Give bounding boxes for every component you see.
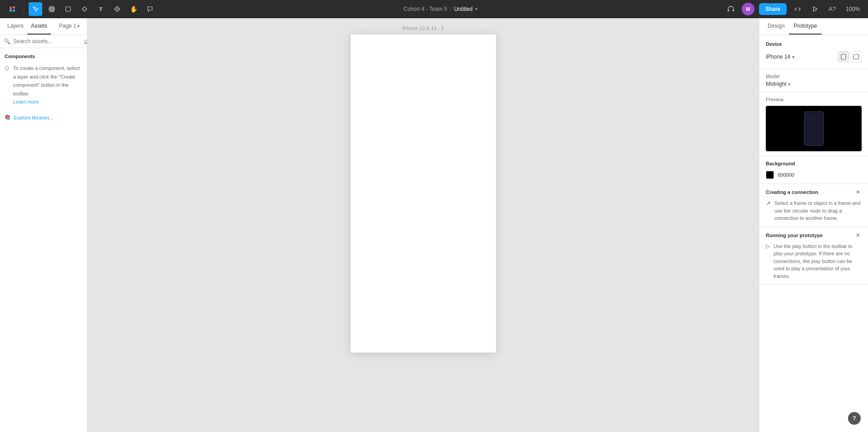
right-panel: Design Prototype Device iPhone 14 ▾ [759, 18, 868, 432]
svg-rect-1 [13, 6, 15, 9]
phone-notch [811, 112, 817, 113]
code-icon[interactable] [791, 3, 804, 15]
model-value: Midnight [766, 81, 786, 87]
background-row: 000000 [766, 171, 862, 179]
tab-prototype[interactable]: Prototype [789, 18, 821, 35]
running-section-title: Running your prototype [766, 233, 823, 238]
svg-rect-11 [728, 10, 729, 11]
phone-preview [804, 111, 824, 146]
svg-rect-4 [10, 8, 12, 10]
running-section-header: Running your prototype ✕ [766, 232, 862, 239]
background-color-swatch[interactable] [766, 171, 774, 179]
running-play-icon: ▷ [766, 243, 770, 249]
components-title: Components [5, 54, 82, 59]
canvas-area[interactable]: iPhone 13 & 14 - 1 [87, 18, 759, 432]
page-name[interactable]: Untitled [454, 6, 473, 12]
search-bar: 🔍 📖 [0, 35, 87, 48]
toolbar-left: T ✋ [5, 2, 157, 16]
background-color-value[interactable]: 000000 [778, 172, 794, 178]
svg-point-3 [13, 10, 15, 12]
search-icon: 🔍 [4, 38, 10, 45]
user-avatar[interactable]: M [742, 3, 754, 15]
headphones-icon[interactable] [724, 3, 737, 15]
running-text: Use the play button in the toolbar to pl… [774, 243, 862, 280]
device-section-title: Device [766, 41, 862, 47]
background-section: Background 000000 [759, 156, 868, 184]
device-chevron: ▾ [792, 55, 794, 60]
main-layout: Layers Assets Page 1 ▾ 🔍 📖 Components ◇ … [0, 18, 868, 432]
svg-rect-10 [66, 7, 70, 11]
accessibility-icon[interactable]: A? [826, 3, 838, 15]
component-tool[interactable] [110, 2, 124, 16]
tab-design[interactable]: Design [763, 18, 789, 35]
play-icon[interactable] [808, 3, 821, 15]
components-section: Components ◇ To create a component, sele… [0, 48, 87, 110]
running-body: ▷ Use the play button in the toolbar to … [766, 243, 862, 280]
background-label: Background [766, 161, 862, 166]
page-chevron[interactable]: ▾ [475, 6, 477, 11]
component-hint-text: To create a component, select a layer an… [13, 65, 80, 96]
preview-section: Preview [759, 92, 868, 156]
frame-label: iPhone 13 & 14 - 1 [402, 25, 444, 31]
preview-label: Preview [766, 97, 862, 102]
connection-section-header: Creating a connection ✕ [766, 189, 862, 196]
tab-layers[interactable]: Layers [4, 18, 27, 35]
landscape-button[interactable] [851, 51, 862, 62]
component-hint: ◇ To create a component, select a layer … [5, 64, 82, 104]
component-diamond-icon: ◇ [5, 64, 10, 71]
title-separator: / [450, 6, 451, 12]
frame-tool[interactable] [45, 2, 59, 16]
model-chevron: ▾ [788, 82, 790, 87]
text-tool[interactable]: T [94, 2, 108, 16]
help-button[interactable]: ? [848, 412, 861, 425]
portrait-button[interactable] [838, 51, 849, 62]
page-arrow: ▾ [77, 24, 79, 29]
left-panel: Layers Assets Page 1 ▾ 🔍 📖 Components ◇ … [0, 18, 87, 432]
svg-rect-14 [853, 55, 859, 59]
share-button[interactable]: Share [759, 3, 787, 15]
running-prototype-section: Running your prototype ✕ ▷ Use the play … [759, 227, 868, 285]
zoom-level[interactable]: 100% [843, 4, 863, 14]
device-section: Device iPhone 14 ▾ [759, 35, 868, 69]
model-section: Model Midnight ▾ [759, 69, 868, 92]
select-tool[interactable] [29, 2, 42, 16]
panel-tabs: Layers Assets Page 1 ▾ [0, 18, 87, 35]
toolbar-center: Cohort 4 - Team 5 / Untitled ▾ [404, 6, 478, 12]
model-label: Model [766, 74, 862, 79]
explore-libraries-btn[interactable]: 📚 Explore libraries... [0, 110, 87, 125]
connection-close-button[interactable]: ✕ [854, 189, 862, 196]
toolbar: T ✋ Cohort 4 - Team 5 / Untitled ▾ [0, 0, 868, 18]
connection-section-title: Creating a connection [766, 189, 818, 195]
preview-box [766, 106, 862, 151]
device-name-text: iPhone 14 [766, 54, 790, 60]
shape-tool[interactable] [61, 2, 75, 16]
project-name: Cohort 4 - Team 5 [404, 6, 447, 12]
comment-tool[interactable] [143, 2, 157, 16]
frame-container [351, 35, 496, 353]
device-name-button[interactable]: iPhone 14 ▾ [766, 54, 794, 60]
connection-text: Select a frame or object in a frame and … [774, 199, 862, 222]
pen-tool[interactable] [78, 2, 91, 16]
connection-arrow-icon: ↗ [766, 200, 771, 207]
tab-assets[interactable]: Assets [27, 18, 51, 35]
svg-rect-13 [841, 54, 846, 60]
connection-body: ↗ Select a frame or object in a frame an… [766, 199, 862, 222]
running-close-button[interactable]: ✕ [854, 232, 862, 239]
model-selector[interactable]: Midnight ▾ [766, 81, 862, 87]
creating-connection-section: Creating a connection ✕ ↗ Select a frame… [759, 184, 868, 227]
device-selector: iPhone 14 ▾ [766, 51, 862, 62]
orientation-buttons [838, 51, 862, 62]
svg-rect-12 [733, 10, 734, 11]
toolbar-right: M Share A? 100% [724, 3, 863, 15]
page-1-selector[interactable]: Page 1 ▾ [55, 18, 83, 35]
book-icon-2: 📚 [5, 114, 11, 120]
toolbar-divider-1 [24, 5, 24, 14]
search-input[interactable] [13, 38, 81, 45]
figma-logo[interactable] [5, 2, 19, 16]
right-panel-tabs: Design Prototype [759, 18, 868, 35]
learn-more-link[interactable]: Learn more [13, 99, 82, 104]
svg-rect-5 [50, 7, 54, 11]
hand-tool[interactable]: ✋ [127, 2, 140, 16]
